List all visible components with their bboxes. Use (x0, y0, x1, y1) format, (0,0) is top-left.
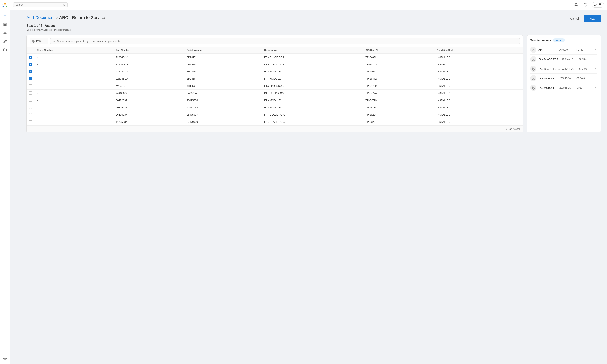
row-checkbox-cell[interactable] (26, 54, 34, 61)
row-checkbox-cell[interactable] (26, 111, 34, 118)
col-serial-number: Serial Number (184, 47, 262, 54)
asset-info: APU AP3200 P1459 (538, 48, 592, 51)
svg-point-19 (533, 68, 534, 69)
row-checkbox-cell[interactable] (26, 75, 34, 82)
sidebar-item-maintenance[interactable] (1, 38, 9, 45)
sidebar-item-dashboard[interactable] (1, 21, 9, 28)
row-checkbox-cell[interactable] (26, 90, 34, 97)
row-description: DIFFUSER & CO... (262, 90, 363, 97)
svg-line-17 (55, 41, 55, 42)
sidebar-item-fleet[interactable] (1, 29, 9, 36)
remove-asset-button[interactable]: × (594, 67, 597, 71)
sidebar-item-settings[interactable] (1, 355, 9, 362)
help-button[interactable] (582, 2, 589, 8)
page-header: Add Document › ARC - Return to Service S… (26, 15, 601, 31)
row-part-number: 11225937 (113, 118, 184, 126)
table-row: - 223045-1A SP2466 FAN MODULE TP-36472 I… (26, 75, 523, 82)
row-ac-reg: TP-36294 (363, 111, 435, 118)
asset-part-number: AP3200 (559, 48, 575, 51)
asset-part-number: 223045-1A (559, 86, 575, 89)
table-row: - 223045-1A SP2377 FAN BLADE FOR... TP-2… (26, 54, 523, 61)
search-box[interactable] (13, 2, 68, 7)
col-condition-status: Condition Status (435, 47, 523, 54)
row-checkbox[interactable] (29, 113, 32, 116)
selected-item: FAN BLADE FOR... 223045-1A SP2377 × (530, 55, 597, 64)
row-part-number: 223045-1A (113, 54, 184, 61)
sidebar-add-button[interactable] (1, 12, 9, 19)
col-ac-reg: A/C Reg. No. (363, 47, 435, 54)
row-checkbox-cell[interactable] (26, 61, 34, 68)
row-checkbox[interactable] (29, 91, 32, 95)
row-serial-number: SP2379 (184, 61, 262, 68)
asset-serial-number: SP2466 (577, 77, 585, 80)
row-ac-reg: TP-31739 (363, 82, 435, 90)
row-serial-number: SP2466 (184, 75, 262, 82)
row-checkbox[interactable] (29, 55, 32, 59)
notifications-button[interactable] (573, 2, 579, 8)
topbar-right: BA (573, 2, 604, 8)
selected-item: FAN MODULE 223045-1A SP2466 × (530, 74, 597, 83)
svg-point-20 (533, 78, 534, 79)
search-icon (63, 3, 66, 6)
svg-point-11 (63, 4, 65, 6)
asset-icon (530, 66, 537, 72)
gear-icon (532, 86, 535, 90)
row-checkbox-cell[interactable] (26, 104, 34, 111)
breadcrumb-link[interactable]: Add Document (26, 15, 55, 20)
svg-point-21 (533, 87, 534, 88)
row-ac-reg: TP-54718 (363, 104, 435, 111)
user-menu[interactable]: BA (592, 2, 604, 8)
remove-asset-button[interactable]: × (594, 48, 597, 52)
row-serial-number: 90475534 (184, 97, 262, 104)
row-model-number: - (34, 97, 113, 104)
row-checkbox-cell[interactable] (26, 97, 34, 104)
selected-list: APU AP3200 P1459 × FAN BLADE FOR... 2230… (530, 45, 597, 92)
row-checkbox-cell[interactable] (26, 82, 34, 90)
table-container: Model Number Part Number Serial Number D… (26, 47, 523, 126)
topbar: BA (10, 0, 607, 10)
row-part-number: 26475937 (113, 111, 184, 118)
asset-info: FAN MODULE 223045-1A SP2466 (538, 77, 592, 80)
sidebar-item-documents[interactable] (1, 46, 9, 53)
row-checkbox[interactable] (29, 106, 32, 109)
table-row: - 26475937 26475937 FAN BLADE FOR... TP-… (26, 111, 523, 118)
row-description: FAN MODULE (262, 75, 363, 82)
row-checkbox[interactable] (29, 77, 32, 80)
gear-icon (532, 77, 535, 80)
remove-asset-button[interactable]: × (594, 57, 597, 61)
svg-point-14 (599, 3, 601, 5)
row-checkbox-cell[interactable] (26, 68, 34, 75)
row-part-number: 4W6516 (113, 82, 184, 90)
left-panel: PART (26, 35, 523, 132)
table-row: - 223045-1A SP2379 FAN MODULE TP-93627 I… (26, 68, 523, 75)
row-checkbox[interactable] (29, 70, 32, 73)
row-checkbox[interactable] (29, 120, 32, 123)
component-search-input[interactable] (57, 40, 517, 42)
search-input[interactable] (15, 3, 61, 6)
row-checkbox[interactable] (29, 63, 32, 66)
component-search[interactable] (50, 38, 520, 44)
row-serial-number: 26470000 (184, 118, 262, 126)
table-row: - 223045-1A SP2379 FAN BLADE FOR... TP-9… (26, 61, 523, 68)
row-serial-number: 418959 (184, 82, 262, 90)
asset-name: FAN MODULE (538, 86, 558, 89)
table-row: - 11225937 26470000 FAN BLADE FOR... TP-… (26, 118, 523, 126)
user-initials: BA (594, 3, 597, 6)
row-status: INSTALLED (435, 111, 523, 118)
row-model-number: - (34, 90, 113, 97)
row-status: INSTALLED (435, 82, 523, 90)
row-description: FAN MODULE (262, 68, 363, 75)
app-logo[interactable] (2, 2, 8, 9)
svg-rect-9 (4, 25, 5, 26)
svg-rect-8 (5, 25, 6, 26)
row-checkbox[interactable] (29, 84, 32, 87)
asset-part-number: 223045-1A (562, 67, 578, 70)
remove-asset-button[interactable]: × (594, 86, 597, 90)
row-checkbox-cell[interactable] (26, 118, 34, 126)
row-checkbox[interactable] (29, 99, 32, 102)
cancel-button[interactable]: Cancel (567, 15, 582, 22)
next-button[interactable]: Next (584, 15, 601, 22)
table-row: - 60472634 90475534 FAN MODULE TP-54729 … (26, 97, 523, 104)
part-type-select[interactable]: PART (30, 38, 48, 44)
remove-asset-button[interactable]: × (594, 76, 597, 80)
